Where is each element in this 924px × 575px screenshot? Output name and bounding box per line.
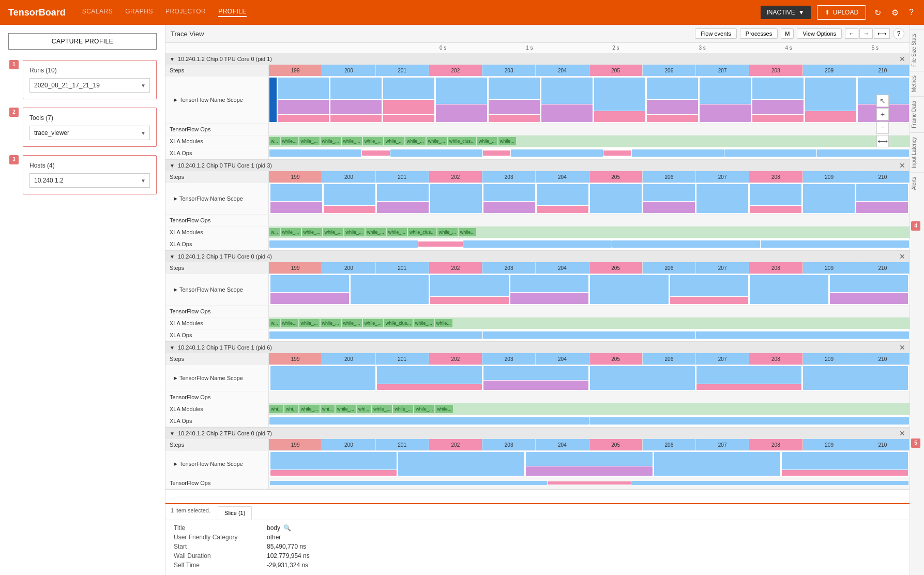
chip-4-xla-ops-label: XLA Ops: [165, 415, 269, 427]
chip-5-tf-scope-label: ▶ TensorFlow Name Scope: [165, 451, 269, 477]
nav-links: SCALARS GRAPHS PROJECTOR PROFILE: [82, 8, 761, 17]
xla-module-item: while...: [281, 137, 298, 145]
step: 210: [856, 262, 910, 274]
step: 207: [696, 353, 749, 365]
xla-op-bar: [463, 240, 612, 248]
zoom-in-button[interactable]: +: [876, 108, 889, 120]
right-label-input-latency[interactable]: Input Latency: [910, 132, 924, 172]
chip-5-close-button[interactable]: ✕: [899, 429, 905, 437]
right-label-alerts[interactable]: Alerts: [910, 172, 924, 194]
xla-module-item: while_...: [281, 228, 301, 236]
detail-value-self-time: -29,931,324 ns: [267, 562, 308, 569]
xla-module-item: while_...: [414, 405, 434, 413]
chip-1-label: 10.240.1.2 Chip 0 TPU Core 0 (pid 1): [178, 56, 272, 62]
step: 210: [856, 353, 910, 365]
xla-module-item: while_...: [366, 228, 386, 236]
status-dropdown[interactable]: INACTIVE ▼: [761, 6, 811, 19]
xla-module-item: w...: [269, 319, 280, 327]
xla-module-item: while...: [498, 137, 516, 145]
fit-width-button[interactable]: ⟷: [876, 135, 889, 147]
nav-graphs[interactable]: GRAPHS: [125, 8, 153, 17]
search-icon[interactable]: 🔍: [283, 524, 291, 532]
upload-button[interactable]: ⬆ UPLOAD: [817, 5, 866, 20]
right-label-file-size-stats[interactable]: File Size Stats: [910, 29, 924, 71]
detail-value-start: 85,490,770 ns: [267, 543, 306, 550]
step-202: 202: [429, 65, 482, 76]
xla-op-bar: [632, 149, 724, 157]
chip-3-tf-scope-content: [269, 274, 910, 305]
chip-section-1: ▼ 10.240.1.2 Chip 0 TPU Core 0 (pid 1) ✕…: [165, 53, 910, 160]
step: 209: [803, 171, 856, 183]
step-199: 199: [269, 65, 322, 76]
scope-col: [594, 78, 646, 122]
xla-op-bar: [589, 417, 909, 425]
chip-1-xla-ops-content: [269, 147, 910, 159]
nav-scalars[interactable]: SCALARS: [82, 8, 113, 17]
chip-3-header: ▼ 10.240.1.2 Chip 1 TPU Core 0 (pid 4) ✕: [165, 251, 910, 262]
chip-1-tf-scope-content: [269, 77, 910, 123]
step-203: 203: [482, 65, 536, 76]
chip-2-close-button[interactable]: ✕: [899, 161, 905, 170]
scope-col: [696, 366, 802, 390]
slice-tab[interactable]: Slice (1): [218, 506, 252, 520]
scope-col: [752, 78, 804, 122]
runs-select[interactable]: 2020_08_21_17_21_19: [29, 78, 150, 93]
right-label-frame-data[interactable]: Frame Data: [910, 96, 924, 132]
chip-3-xla-modules-label: XLA Modules: [165, 317, 269, 329]
chip-1-tf-scope-row: ▶ TensorFlow Name Scope: [165, 77, 910, 124]
chip-4-close-button[interactable]: ✕: [899, 343, 905, 352]
xla-module-item: while_clus...: [408, 228, 436, 236]
refresh-button[interactable]: ↻: [872, 6, 883, 20]
nav-projector[interactable]: PROJECTOR: [165, 8, 206, 17]
xla-module-item: w...: [269, 228, 280, 236]
xla-op-bar: [761, 240, 909, 248]
xla-op-bar: [511, 149, 603, 157]
xla-module-item: while_...: [372, 405, 392, 413]
nav-right-button[interactable]: →: [859, 28, 873, 39]
tools-select[interactable]: trace_viewer: [29, 126, 150, 140]
xla-op-bar: [724, 149, 816, 157]
capture-profile-button[interactable]: CAPTURE PROFILE: [8, 33, 157, 50]
nav-profile[interactable]: PROFILE: [218, 8, 247, 17]
cursor-tool-button[interactable]: ↖: [876, 95, 889, 107]
view-options-button[interactable]: View Options: [797, 28, 842, 39]
xla-module-item: while_clus...: [448, 137, 476, 145]
chip-3-close-button[interactable]: ✕: [899, 252, 905, 261]
chip-1-close-button[interactable]: ✕: [899, 55, 905, 63]
m-button[interactable]: M: [781, 28, 794, 39]
step: 199: [269, 439, 322, 450]
xla-module-item: whi...: [269, 405, 283, 413]
right-label-metrics[interactable]: Metrics: [910, 71, 924, 96]
trace-help-button[interactable]: ?: [893, 28, 904, 39]
step-numbers-3: 199 200 201 202 203 204 205 206 207 208: [269, 262, 910, 274]
scope-col: [483, 184, 536, 213]
step: 202: [429, 353, 482, 365]
settings-button[interactable]: ⚙: [889, 6, 901, 20]
chip-3-steps-content: 199 200 201 202 203 204 205 206 207 208: [269, 262, 910, 274]
step: 207: [696, 171, 749, 183]
chip-3-xla-modules-row: XLA Modules w... while... while_... whil…: [165, 317, 910, 329]
step: 199: [269, 171, 322, 183]
flow-events-button[interactable]: Flow events: [695, 28, 737, 39]
xla-op-bar: [269, 417, 589, 425]
items-selected-label: 1 item selected.: [165, 504, 216, 520]
hosts-select[interactable]: 10.240.1.2: [29, 173, 150, 188]
nav-left-button[interactable]: ←: [845, 28, 858, 39]
trace-scroll-area[interactable]: ↖ + − ⟷ ▼ 10.240.1.2 Chip 0 TPU Core 0 (…: [165, 53, 910, 503]
chip-5-label: 10.240.1.2 Chip 2 TPU Core 0 (pid 7): [178, 430, 272, 436]
xla-module-item: whi...: [284, 405, 298, 413]
step-201: 201: [376, 65, 429, 76]
processes-button[interactable]: Processes: [740, 28, 778, 39]
scope-col: [696, 184, 749, 213]
nav-fit-button[interactable]: ⟷: [874, 28, 890, 39]
scope-col: [277, 78, 329, 122]
runs-select-wrapper: 2020_08_21_17_21_19 ▼: [29, 78, 150, 93]
detail-key-start: Start: [174, 543, 267, 550]
scope-col: [376, 366, 482, 390]
chip-5-tf-scope-row: ▶ TensorFlow Name Scope: [165, 451, 910, 477]
zoom-out-button[interactable]: −: [876, 122, 889, 134]
sidebar: CAPTURE PROFILE 1 Runs (10) 2020_08_21_1…: [0, 25, 165, 575]
right-panel: Trace View Flow events Processes M View …: [165, 25, 924, 575]
help-button[interactable]: ?: [907, 6, 916, 19]
scope-col: [483, 366, 589, 390]
